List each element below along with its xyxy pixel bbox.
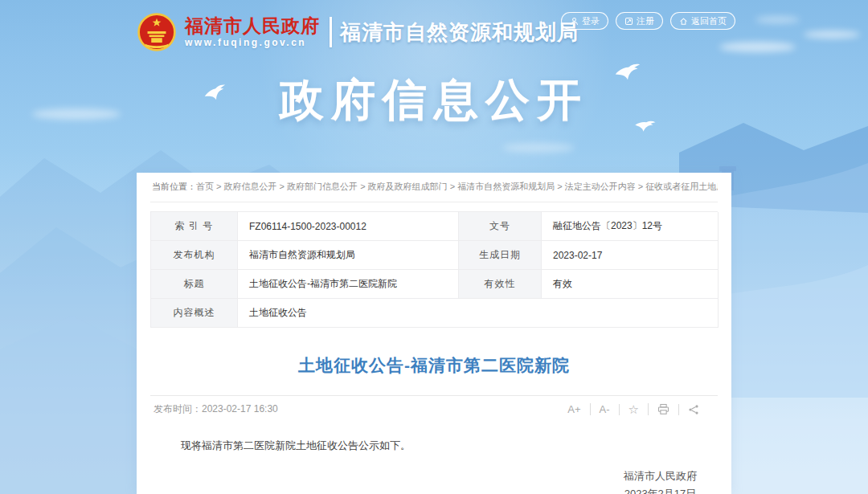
home-icon	[679, 17, 688, 26]
printer-icon	[657, 403, 669, 415]
national-emblem-icon	[137, 11, 177, 53]
cloud-decoration	[719, 42, 796, 52]
info-label-validity: 有效性	[459, 270, 542, 299]
article-signature: 福清市人民政府 2023年2月17日	[624, 467, 697, 494]
info-label-index: 索 引 号	[151, 212, 238, 241]
breadcrumb: 当前位置：首页 > 政府信息公开 > 政府部门信息公开 > 政府及政府组成部门 …	[150, 173, 718, 202]
info-label-issuer: 发布机构	[151, 241, 238, 270]
info-value-create-date: 2023-02-17	[542, 241, 719, 270]
cloud-decoration	[755, 16, 800, 23]
document-info-table: 索 引 号 FZ06114-1500-2023-00012 文号 融征地公告〔2…	[150, 211, 718, 328]
login-label: 登录	[582, 15, 600, 27]
article-meta-row: 发布时间：2023-02-17 16:30 A+ A- ☆	[150, 395, 718, 419]
breadcrumb-trail[interactable]: 首页 > 政府信息公开 > 政府部门信息公开 > 政府及政府组成部门 > 福清市…	[196, 182, 718, 191]
info-value-doc-number: 融征地公告〔2023〕12号	[542, 212, 719, 241]
page-banner-title: 政府信息公开	[0, 71, 868, 130]
site-url: www.fuqing.gov.cn	[185, 36, 320, 50]
back-home-button[interactable]: 返回首页	[670, 12, 735, 30]
article-toolbar: A+ A- ☆	[559, 403, 708, 415]
publish-time: 发布时间：2023-02-17 16:30	[154, 402, 278, 416]
print-button[interactable]	[648, 403, 678, 415]
back-home-label: 返回首页	[691, 15, 727, 27]
department-name: 福清市自然资源和规划局	[340, 18, 579, 47]
signature-org: 福清市人民政府	[624, 467, 697, 485]
register-label: 注册	[637, 15, 654, 27]
info-value-issuer: 福清市自然资源和规划局	[238, 241, 459, 270]
breadcrumb-label: 当前位置：	[152, 182, 196, 191]
header-divider	[330, 17, 332, 47]
star-icon: ☆	[628, 404, 639, 415]
info-value-validity: 有效	[542, 270, 719, 299]
login-button[interactable]: 登录	[561, 12, 608, 30]
info-label-doc-number: 文号	[459, 212, 542, 241]
info-value-index: FZ06114-1500-2023-00012	[238, 212, 459, 241]
cloud-decoration	[804, 31, 860, 39]
share-button[interactable]	[678, 404, 708, 415]
register-button[interactable]: 注册	[616, 12, 663, 30]
article-body: 现将福清市第二医院新院土地征收公告公示如下。	[150, 438, 718, 454]
top-actions: 登录 注册 返回首页	[561, 12, 735, 30]
info-value-title: 土地征收公告-福清市第二医院新院	[238, 270, 459, 299]
user-icon	[570, 17, 579, 26]
page: 福清市人民政府 www.fuqing.gov.cn 福清市自然资源和规划局 登录…	[0, 0, 868, 494]
site-logo[interactable]: 福清市人民政府 www.fuqing.gov.cn 福清市自然资源和规划局	[137, 11, 579, 53]
info-label-summary: 内容概述	[151, 299, 238, 328]
font-decrease-button[interactable]: A-	[590, 403, 619, 415]
site-name: 福清市人民政府	[185, 15, 320, 36]
favorite-button[interactable]: ☆	[619, 404, 648, 415]
info-value-summary: 土地征收公告	[238, 299, 719, 328]
content-card: 当前位置：首页 > 政府信息公开 > 政府部门信息公开 > 政府及政府组成部门 …	[137, 173, 731, 494]
font-increase-button[interactable]: A+	[559, 403, 589, 415]
register-icon	[624, 17, 633, 26]
info-label-title: 标题	[151, 270, 238, 299]
share-icon	[688, 404, 699, 415]
info-label-create-date: 生成日期	[459, 241, 542, 270]
signature-date: 2023年2月17日	[624, 485, 697, 494]
article-title: 土地征收公告-福清市第二医院新院	[150, 354, 718, 377]
